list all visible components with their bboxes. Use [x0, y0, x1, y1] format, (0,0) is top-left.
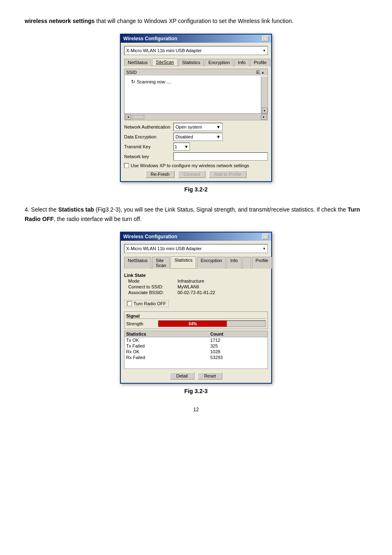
data-encryption-label: Data Encryption: [124, 134, 173, 139]
hscroll-left-btn-1[interactable]: ◄: [125, 115, 131, 120]
scroll-down-btn-1[interactable]: ▼: [262, 108, 267, 113]
ssid-header-row: SSID E ▲: [125, 69, 267, 76]
adapter-select-value-2: X-Micro WLAN 11b mini USB Adapter: [126, 246, 202, 251]
scroll-right-1[interactable]: ▼: [261, 76, 267, 113]
section4-bold1: Statistics tab: [58, 206, 94, 213]
network-auth-label: Network Authentication: [124, 124, 173, 129]
close-button-1[interactable]: ×: [262, 36, 269, 41]
ssid-list-content: ↻ Scanning now .... ▼: [125, 76, 267, 113]
adapter-dropdown-row-1: X-Micro WLAN 11b mini USB Adapter ▼: [124, 46, 268, 55]
connect-button[interactable]: Connect: [178, 170, 205, 178]
dialog-titlebar-2: Wireless Configuration ×: [121, 233, 271, 241]
hscroll-thumb-1: [132, 115, 144, 119]
stats-empty-cell: [125, 360, 268, 368]
reset-button[interactable]: Reset: [198, 372, 222, 380]
windows-xp-label: Use Windows XP to configure my wireless …: [131, 163, 249, 168]
tab-profile-2[interactable]: Profile: [252, 257, 272, 269]
signal-section: Signal Strength 64%: [124, 311, 268, 329]
turn-radio-checkbox[interactable]: [127, 301, 132, 306]
ssid-e-label: E: [256, 70, 259, 75]
close-button-2[interactable]: ×: [262, 234, 269, 240]
transmit-key-row: Transmit Key 1 ▼: [124, 143, 268, 151]
turn-radio-label: Turn Radio OFF: [134, 301, 166, 306]
dialog-content-2: X-Micro WLAN 11b mini USB Adapter ▼ NetS…: [121, 241, 271, 383]
transmit-key-value: 1: [175, 144, 177, 149]
txok-value: 1712: [209, 337, 268, 343]
associate-bssid-row: Associate BSSID: 00-02-72-81-81-22: [124, 290, 268, 295]
txfailed-value: 325: [209, 343, 268, 349]
dialog-content-1: X-Micro WLAN 11b mini USB Adapter ▼ NetS…: [121, 43, 271, 181]
transmit-key-dropdown[interactable]: 1 ▼: [173, 143, 190, 151]
signal-bar-inner: 64%: [159, 321, 227, 327]
network-auth-control: Open system ▼: [173, 123, 268, 131]
mode-row: Mode Infrastructure: [124, 279, 268, 283]
ssid-column-label: SSID: [126, 70, 256, 75]
dialog-buttons-2: Detail Reset: [124, 372, 268, 380]
refresh-button[interactable]: Re-Fresh: [145, 170, 175, 178]
tab-profile-1[interactable]: Profile: [250, 59, 270, 66]
wireless-config-dialog-1: Wireless Configuration × X-Micro WLAN 11…: [120, 34, 272, 182]
intro-paragraph: wireless network settings that will chan…: [25, 16, 367, 25]
transmit-key-control: 1 ▼: [173, 143, 268, 151]
figure2-caption: Fig 3.2-3: [184, 388, 208, 394]
adapter-select-2[interactable]: X-Micro WLAN 11b mini USB Adapter ▼: [124, 244, 268, 253]
rxok-value: 1028: [209, 349, 268, 355]
turn-radio-row[interactable]: Turn Radio OFF: [124, 300, 169, 307]
figure1-container: Wireless Configuration × X-Micro WLAN 11…: [25, 34, 367, 193]
data-encryption-value: Disabled: [175, 134, 193, 139]
connect-ssid-value: MyWLAN6: [178, 284, 268, 289]
tab-sitescan-1[interactable]: SiteScan: [152, 58, 178, 66]
network-auth-arrow: ▼: [216, 124, 221, 129]
windows-xp-checkbox-row: Use Windows XP to configure my wireless …: [124, 163, 268, 168]
tab-netstatus-2[interactable]: NetStatus: [124, 257, 151, 269]
tab-info-1[interactable]: Info: [234, 59, 249, 66]
rxok-label: Rx OK: [125, 349, 209, 355]
intro-rest: that will change to Windows XP configura…: [95, 18, 293, 24]
network-auth-value: Open system: [175, 124, 202, 129]
section4-rest2: , the radio interface will be turn off.: [54, 216, 142, 222]
section4-paragraph: 4. Select the Statistics tab (Fig3.2-3),…: [25, 205, 367, 223]
tab-sitescan-2[interactable]: Site Scan: [152, 257, 170, 269]
network-auth-dropdown[interactable]: Open system ▼: [173, 123, 223, 131]
dialog-buttons-1: Re-Fresh Connect Add to Profile: [124, 170, 268, 178]
adapter-select-1[interactable]: X-Micro WLAN 11b mini USB Adapter ▼: [124, 46, 268, 55]
detail-button[interactable]: Detail: [170, 372, 194, 380]
scroll-up-btn[interactable]: ▲: [259, 70, 266, 75]
hscroll-right-btn-1[interactable]: ►: [261, 115, 267, 120]
scanning-text: Scanning now ....: [137, 79, 171, 84]
intro-bold: wireless network settings: [25, 18, 95, 24]
scan-icon: ↻: [131, 79, 135, 85]
strength-label: Strength: [126, 321, 155, 326]
tab-statistics-1[interactable]: Statistics: [178, 59, 204, 66]
figure1-caption: Fig 3.2-2: [184, 186, 208, 193]
network-key-label: Network key: [124, 154, 173, 159]
tab-netstatus-1[interactable]: NetStatus: [124, 59, 151, 66]
network-key-row: Network key: [124, 152, 268, 161]
transmit-key-label: Transmit Key: [124, 144, 173, 149]
titlebar-buttons-1: ×: [262, 36, 269, 41]
network-key-input[interactable]: [173, 152, 268, 161]
adapter-select-value-1: X-Micro WLAN 11b mini USB Adapter: [126, 48, 202, 53]
transmit-key-arrow: ▼: [184, 144, 189, 149]
windows-xp-checkbox[interactable]: [124, 163, 129, 168]
add-to-profile-button[interactable]: Add to Profile: [209, 170, 247, 178]
associate-bssid-value: 00-02-72-81-81-22: [178, 290, 268, 295]
signal-title: Signal: [126, 313, 266, 319]
mode-value: Infrastructure: [178, 279, 268, 283]
data-encryption-row: Data Encryption Disabled ▼: [124, 133, 268, 141]
tab-encryption-2[interactable]: Encryption: [197, 257, 226, 269]
stats-row-empty: [125, 360, 268, 368]
dialog-titlebar-1: Wireless Configuration ×: [121, 35, 271, 43]
titlebar-buttons-2: ×: [262, 234, 269, 240]
data-encryption-dropdown[interactable]: Disabled ▼: [173, 133, 223, 141]
associate-bssid-label: Associate BSSID:: [124, 290, 178, 295]
network-auth-row: Network Authentication Open system ▼: [124, 123, 268, 131]
tab-info-2[interactable]: Info: [226, 257, 241, 269]
adapter-select-arrow-2: ▼: [263, 247, 266, 251]
tab-encryption-1[interactable]: Encryption: [205, 59, 233, 66]
statistics-table: Statistics Count Tx OK 1712 Tx Failed 32…: [124, 331, 268, 369]
network-key-control: [173, 152, 268, 161]
rxfailed-label: Rx Failed: [125, 355, 209, 360]
tab-statistics-2[interactable]: Statistics: [171, 256, 196, 268]
page-number: 12: [25, 407, 367, 412]
